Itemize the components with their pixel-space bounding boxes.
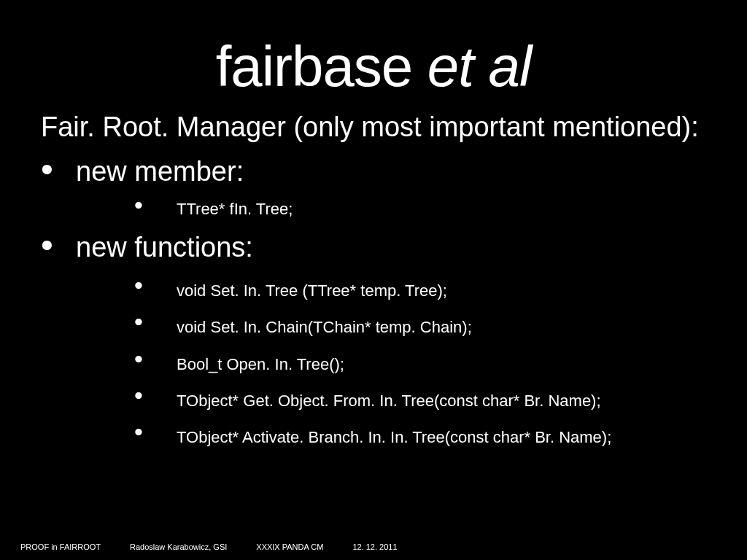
- sub-item: Bool_t Open. In. Tree();: [134, 338, 706, 374]
- sub-item: TObject* Get. Object. From. In. Tree(con…: [134, 374, 706, 411]
- footer-date: 12. 12. 2011: [352, 542, 397, 551]
- bullet-label: new member:: [76, 156, 244, 187]
- footer-event: XXXIX PANDA CM: [256, 542, 323, 551]
- sub-list-functions: void Set. In. Tree (TTree* temp. Tree); …: [76, 264, 706, 448]
- sub-item: void Set. In. Tree (TTree* temp. Tree);: [134, 264, 706, 300]
- subtitle: Fair. Root. Manager (only most important…: [0, 95, 747, 143]
- slide: fairbase et al Fair. Root. Manager (only…: [0, 0, 747, 560]
- footer: PROOF in FAIRROOT Radoslaw Karabowicz, G…: [0, 542, 747, 551]
- sub-item: void Set. In. Chain(TChain* temp. Chain)…: [134, 300, 706, 337]
- footer-author: Radoslaw Karabowicz, GSI: [130, 542, 227, 551]
- title-normal: fairbase: [216, 34, 427, 98]
- bullet-new-member: new member: TTree* fIn. Tree;: [41, 143, 706, 219]
- bullet-list: new member: TTree* fIn. Tree; new functi…: [0, 143, 747, 448]
- sub-item: TObject* Activate. Branch. In. In. Tree(…: [134, 411, 706, 447]
- sub-item: TTree* fIn. Tree;: [134, 188, 706, 219]
- slide-title: fairbase et al: [0, 0, 747, 95]
- bullet-label: new functions:: [76, 232, 253, 262]
- bullet-new-functions: new functions: void Set. In. Tree (TTree…: [41, 219, 706, 448]
- title-italic: et al: [427, 34, 531, 98]
- footer-left: PROOF in FAIRROOT: [20, 542, 101, 551]
- sub-list-member: TTree* fIn. Tree;: [76, 188, 706, 219]
